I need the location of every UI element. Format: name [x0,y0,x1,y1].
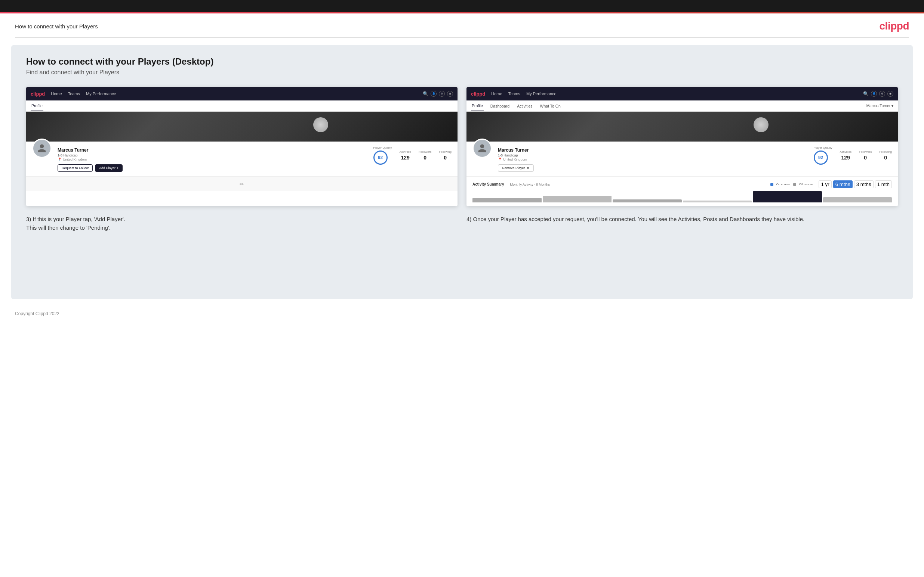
right-user-avatar-icon[interactable]: ◉ [887,91,893,97]
left-tabs: Profile [26,100,457,112]
right-action-buttons: Remove Player ✕ [498,164,803,172]
bar-5 [753,191,822,202]
activity-summary: Activity Summary Monthly Activity · 6 Mo… [467,176,898,206]
main-title: How to connect with your Players (Deskto… [26,56,898,67]
on-course-legend-dot [771,183,773,186]
page-footer: Copyright Clippd 2022 [0,306,924,321]
left-quality-stat: Player Quality 92 [373,146,392,165]
tab-dashboard[interactable]: Dashboard [489,100,510,111]
right-player-name: Marcus Turner [498,148,803,153]
filter-1mth[interactable]: 1 mth [875,181,892,188]
main-subtitle: Find and connect with your Players [26,69,898,76]
right-nav-icons: 🔍 👤 ⚙ ◉ [863,91,893,97]
activity-header: Activity Summary Monthly Activity · 6 Mo… [472,181,892,188]
right-stats-row: Player Quality 92 Activities 129 Followe… [814,146,892,165]
left-followers-stat: Followers 0 [418,150,431,161]
screenshots-row: clippd Home Teams My Performance 🔍 👤 ⚙ ◉… [26,87,898,206]
screenshot-right: clippd Home Teams My Performance 🔍 👤 ⚙ ◉… [467,87,898,206]
activity-filters: 1 yr 6 mths 3 mths 1 mth [819,181,892,188]
tab-profile-right[interactable]: Profile [471,100,484,111]
left-profile-info: Marcus Turner 1-5 Handicap 📍 United King… [58,146,363,172]
bar-6 [823,197,892,202]
right-nav: clippd Home Teams My Performance 🔍 👤 ⚙ ◉ [467,87,898,100]
right-nav-performance[interactable]: My Performance [526,92,557,96]
right-profile: Marcus Turner 1-5 Handicap 📍 United King… [467,142,898,176]
off-course-label: Off course [799,183,813,186]
user-avatar-icon[interactable]: ◉ [447,91,453,97]
plus-icon: + [116,166,118,170]
page-header: How to connect with your Players clippd [0,13,924,37]
bar-4 [683,201,752,202]
activity-legend: On course Off course [771,183,813,186]
right-profile-info: Marcus Turner 1-5 Handicap 📍 United King… [498,146,803,172]
right-nav-logo: clippd [471,91,485,97]
filter-1yr[interactable]: 1 yr [819,181,831,188]
activity-title: Activity Summary [472,182,504,186]
tab-player-name: Marcus Turner ▾ [866,104,893,108]
right-following-stat: Following 0 [879,150,892,161]
left-activities-stat: Activities 129 [399,150,411,161]
right-player-location: 📍 United Kingdom [498,158,803,161]
off-course-legend-dot [793,183,796,186]
tab-what-to-on[interactable]: What To On [540,100,561,111]
avatar-icon [37,143,47,153]
bar-1 [472,198,542,202]
right-nav-home[interactable]: Home [491,92,502,96]
left-player-handicap: 1-5 Handicap [58,153,363,157]
header-divider [15,37,909,38]
right-activities-stat: Activities 129 [840,150,851,161]
right-location-icon: 📍 [498,158,502,161]
activity-period: Monthly Activity · 6 Months [510,183,550,186]
left-nav-home[interactable]: Home [51,92,62,96]
search-icon[interactable]: 🔍 [423,91,428,96]
left-nav-teams[interactable]: Teams [68,92,80,96]
close-icon: ✕ [527,166,530,170]
right-banner [467,112,898,142]
screenshot-left: clippd Home Teams My Performance 🔍 👤 ⚙ ◉… [26,87,457,206]
activity-chart [472,191,892,202]
bar-2 [543,196,612,202]
bar-3 [613,200,682,202]
request-follow-button[interactable]: Request to Follow [58,164,93,172]
left-action-buttons: Request to Follow Add Player + [58,164,363,172]
filter-6mths[interactable]: 6 mths [833,181,853,188]
clippd-logo: clippd [880,20,909,32]
settings-icon[interactable]: ⚙ [439,91,445,97]
caption-3: 3) If this is your Player tap, 'Add Play… [26,215,457,232]
right-settings-icon[interactable]: ⚙ [879,91,885,97]
right-followers-stat: Followers 0 [859,150,872,161]
remove-player-button[interactable]: Remove Player ✕ [498,164,534,172]
chevron-down-icon: ▾ [892,104,893,108]
add-player-button[interactable]: Add Player + [95,164,123,172]
left-nav: clippd Home Teams My Performance 🔍 👤 ⚙ ◉ [26,87,457,100]
main-content: How to connect with your Players (Deskto… [11,45,913,299]
profile-icon[interactable]: 👤 [431,91,436,97]
left-following-stat: Following 0 [439,150,452,161]
tab-profile-left[interactable]: Profile [31,100,44,111]
left-player-location: 📍 United Kingdom [58,158,363,161]
right-profile-icon[interactable]: 👤 [871,91,877,97]
top-bar [0,0,924,12]
right-tabs: Profile Dashboard Activities What To On … [467,100,898,112]
captions-row: 3) If this is your Player tap, 'Add Play… [26,215,898,232]
breadcrumb: How to connect with your Players [15,23,98,29]
on-course-label: On course [776,183,790,186]
copyright: Copyright Clippd 2022 [15,311,60,316]
right-avatar-icon [477,143,487,153]
right-player-handicap: 1-5 Handicap [498,153,803,157]
right-search-icon[interactable]: 🔍 [863,91,869,96]
left-avatar [32,139,52,158]
left-player-name: Marcus Turner [58,148,363,153]
filter-3mths[interactable]: 3 mths [854,181,874,188]
right-quality-stat: Player Quality 92 [814,146,832,165]
right-avatar [472,139,492,158]
left-stats-row: Player Quality 92 Activities 129 Followe… [373,146,452,165]
caption-4: 4) Once your Player has accepted your re… [467,215,898,232]
location-icon: 📍 [58,158,62,161]
left-quality-circle: 92 [373,150,388,165]
right-quality-circle: 92 [814,150,828,165]
left-bottom-area: ✏ [26,176,457,191]
tab-activities[interactable]: Activities [516,100,533,111]
right-nav-teams[interactable]: Teams [508,92,520,96]
left-nav-performance[interactable]: My Performance [86,92,116,96]
